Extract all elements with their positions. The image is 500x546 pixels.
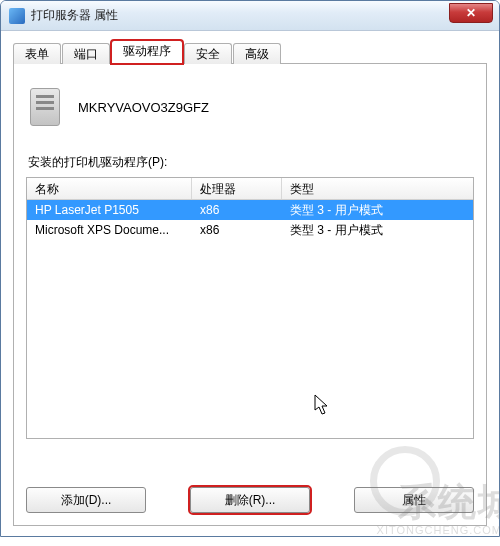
- driver-list-label: 安装的打印机驱动程序(P):: [28, 154, 474, 171]
- server-icon: [30, 88, 60, 126]
- list-item[interactable]: Microsoft XPS Docume... x86 类型 3 - 用户模式: [27, 220, 473, 240]
- cell-name: Microsoft XPS Docume...: [27, 220, 192, 240]
- driver-listview[interactable]: 名称 处理器 类型 HP LaserJet P1505 x86 类型 3 - 用…: [26, 177, 474, 439]
- tab-drivers[interactable]: 驱动程序: [111, 40, 183, 64]
- cell-type: 类型 3 - 用户模式: [282, 220, 473, 240]
- cell-processor: x86: [192, 200, 282, 220]
- tab-forms[interactable]: 表单: [13, 43, 61, 64]
- titlebar[interactable]: 打印服务器 属性 ✕: [1, 1, 499, 31]
- add-button[interactable]: 添加(D)...: [26, 487, 146, 513]
- server-row: MKRYVAOVO3Z9GFZ: [30, 88, 474, 126]
- list-item[interactable]: HP LaserJet P1505 x86 类型 3 - 用户模式: [27, 200, 473, 220]
- tab-security[interactable]: 安全: [184, 43, 232, 64]
- window-title: 打印服务器 属性: [31, 7, 118, 24]
- tabstrip: 表单 端口 驱动程序 安全 高级: [13, 39, 487, 64]
- cell-name: HP LaserJet P1505: [27, 200, 192, 220]
- cell-type: 类型 3 - 用户模式: [282, 200, 473, 220]
- column-type[interactable]: 类型: [282, 178, 473, 199]
- column-processor[interactable]: 处理器: [192, 178, 282, 199]
- tab-content: MKRYVAOVO3Z9GFZ 安装的打印机驱动程序(P): 名称 处理器 类型…: [13, 64, 487, 526]
- properties-window: 打印服务器 属性 ✕ 表单 端口 驱动程序 安全 高级 MKRYVAOVO3Z9…: [0, 0, 500, 537]
- remove-button[interactable]: 删除(R)...: [190, 487, 310, 513]
- close-button[interactable]: ✕: [449, 3, 493, 23]
- tab-ports[interactable]: 端口: [62, 43, 110, 64]
- listview-header[interactable]: 名称 处理器 类型: [27, 178, 473, 200]
- server-name: MKRYVAOVO3Z9GFZ: [78, 100, 209, 115]
- client-area: 表单 端口 驱动程序 安全 高级 MKRYVAOVO3Z9GFZ 安装的打印机驱…: [1, 31, 499, 536]
- tab-advanced[interactable]: 高级: [233, 43, 281, 64]
- properties-button[interactable]: 属性: [354, 487, 474, 513]
- printer-icon: [9, 8, 25, 24]
- cell-processor: x86: [192, 220, 282, 240]
- button-row: 添加(D)... 删除(R)... 属性: [26, 487, 474, 513]
- column-name[interactable]: 名称: [27, 178, 192, 199]
